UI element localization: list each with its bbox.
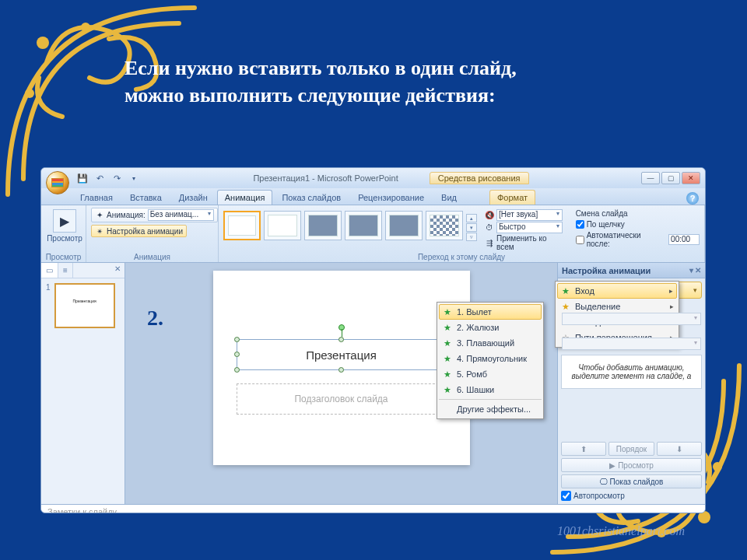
category-entrance[interactable]: ★Вход▸ (557, 283, 677, 299)
transition-speed[interactable]: ⏱Быстро (485, 222, 566, 233)
step-number-overlay: 2. (147, 306, 163, 331)
tab-format[interactable]: Формат (489, 190, 535, 205)
taskpane-close-icon[interactable]: ✕ (695, 266, 701, 275)
group-label-transition: Переход к этому слайду (219, 253, 704, 261)
star-icon: ★ (442, 338, 453, 348)
preset-box[interactable]: ★4. Прямоугольник (439, 351, 542, 366)
tab-slideshow[interactable]: Показ слайдов (274, 190, 349, 205)
animation-icon: ✦ (95, 211, 104, 220)
preset-diamond[interactable]: ★5. Ромб (439, 366, 542, 382)
watermark: 1001chsristianelpart.com (557, 524, 685, 538)
category-emphasis[interactable]: ★Выделение▸ (557, 299, 677, 314)
resize-handle[interactable] (234, 367, 240, 373)
subtitle-placeholder[interactable]: Подзаголовок слайда (237, 383, 447, 415)
ribbon-tabs: Главная Вставка Дизайн Анимация Показ сл… (41, 188, 705, 205)
effect-preset-menu: ★1. Вылет ★2. Жалюзи ★3. Плавающий ★4. П… (437, 302, 544, 419)
resize-handle[interactable] (234, 352, 240, 357)
preset-fly-in[interactable]: ★1. Вылет (439, 304, 542, 320)
autopreview-checkbox[interactable]: Автопросмотр (561, 491, 702, 501)
transition-none[interactable] (223, 211, 261, 240)
preview-button[interactable]: ▶ Просмотр (46, 208, 83, 244)
star-icon: ★ (442, 306, 453, 317)
slide-thumbnail[interactable]: Презентация (54, 283, 115, 328)
document-title: Презентация1 - Microsoft PowerPoint (253, 173, 398, 183)
office-button[interactable] (46, 171, 69, 194)
advance-title: Смена слайда (576, 209, 700, 218)
contextual-tab-title: Средства рисования (430, 172, 529, 184)
transition-gallery[interactable]: ▴▾▿ (223, 208, 477, 241)
reorder-down-button[interactable]: ⬇ (657, 442, 702, 456)
star-icon: ★ (442, 384, 453, 395)
redo-icon[interactable]: ↷ (110, 171, 124, 185)
powerpoint-window: 💾 ↶ ↷ ▾ Презентация1 - Microsoft PowerPo… (40, 167, 706, 513)
help-icon[interactable]: ? (686, 192, 699, 205)
title-text[interactable]: Презентация (237, 340, 446, 371)
animation-dropdown[interactable]: ✦ Анимация: Без анимац... (91, 208, 218, 222)
apply-to-all-button[interactable]: ⇶Применить ко всем (485, 234, 566, 251)
tab-insert[interactable]: Вставка (122, 190, 170, 205)
save-icon[interactable]: 💾 (75, 171, 89, 185)
instruction-heading: Если нужно вставить только в один слайд,… (124, 54, 685, 109)
ribbon: ▶ Просмотр Просмотр ✦ Анимация: Без аним… (41, 205, 705, 263)
qat-more-icon[interactable]: ▾ (127, 171, 141, 185)
play-button[interactable]: ▶ Просмотр (561, 458, 702, 472)
transition-item[interactable] (304, 211, 342, 240)
slide[interactable]: Презентация Подзаголовок слайда (213, 271, 470, 465)
tab-home[interactable]: Главная (72, 190, 121, 205)
tab-animation[interactable]: Анимация (217, 190, 273, 205)
slides-tab[interactable]: ▭ (41, 263, 58, 278)
apply-all-icon: ⇶ (485, 238, 494, 247)
transition-item[interactable] (426, 211, 463, 240)
slide-panel: ▭ ≡ ✕ 1 Презентация (41, 263, 125, 504)
star-icon: ★ (560, 285, 571, 296)
advance-auto-after[interactable]: Автоматически после: 00:00 (576, 231, 700, 248)
group-label-animation: Анимация (86, 253, 218, 261)
taskpane-title: Настройка анимации (562, 266, 651, 275)
resize-handle[interactable] (338, 367, 344, 373)
tab-design[interactable]: Дизайн (171, 190, 216, 205)
outline-tab[interactable]: ≡ (58, 263, 73, 278)
title-placeholder-selected[interactable]: Презентация (237, 339, 447, 370)
star-icon: ★ (442, 353, 453, 364)
property-combo[interactable] (562, 313, 701, 325)
preset-blinds[interactable]: ★2. Жалюзи (439, 320, 542, 335)
preview-icon: ▶ (53, 209, 76, 233)
panel-close-icon[interactable]: ✕ (110, 263, 124, 278)
resize-handle[interactable] (338, 337, 344, 342)
svg-point-0 (37, 37, 49, 49)
reorder-label: Порядок (608, 442, 654, 456)
maximize-button[interactable]: ▢ (661, 172, 680, 184)
minimize-button[interactable]: — (641, 172, 660, 184)
transition-item[interactable] (264, 211, 301, 240)
svg-point-2 (25, 89, 34, 98)
speed-combo[interactable] (562, 338, 701, 350)
advance-on-click[interactable]: По щелчку (576, 220, 700, 229)
close-button[interactable]: ✕ (682, 172, 700, 184)
transition-item[interactable] (345, 211, 382, 240)
star-icon: ★ (442, 369, 453, 380)
gallery-scroll[interactable]: ▴▾▿ (466, 214, 477, 241)
transition-sound[interactable]: 🔇[Нет звука] (485, 209, 566, 221)
resize-handle[interactable] (234, 337, 240, 342)
thumb-number: 1 (46, 283, 51, 292)
transition-item[interactable] (385, 211, 423, 240)
tab-view[interactable]: Вид (433, 190, 465, 205)
more-effects[interactable]: Другие эффекты... (439, 401, 542, 417)
quick-access-toolbar: 💾 ↶ ↷ ▾ (75, 171, 141, 185)
undo-icon[interactable]: ↶ (93, 171, 107, 185)
group-label-preview: Просмотр (41, 253, 86, 261)
preset-float[interactable]: ★3. Плавающий (439, 335, 542, 351)
taskpane-menu-icon[interactable]: ▾ (689, 266, 693, 275)
custom-animation-button[interactable]: ✴ Настройка анимации (91, 225, 187, 237)
preset-checker[interactable]: ★6. Шашки (439, 382, 542, 397)
custom-animation-pane: Настройка анимации ▾✕ ✦ Добавить эффект … (557, 263, 705, 504)
notes-pane[interactable]: Заметки к слайду (41, 504, 705, 513)
custom-animation-icon: ✴ (95, 226, 104, 236)
slideshow-button[interactable]: 🖵 Показ слайдов (561, 474, 702, 488)
animation-combo[interactable]: Без анимац... (148, 209, 214, 221)
advance-time-input[interactable]: 00:00 (668, 234, 700, 245)
svg-point-5 (713, 462, 722, 471)
reorder-up-button[interactable]: ⬆ (561, 442, 606, 456)
tab-review[interactable]: Рецензирование (350, 190, 432, 205)
star-icon: ★ (560, 301, 571, 312)
